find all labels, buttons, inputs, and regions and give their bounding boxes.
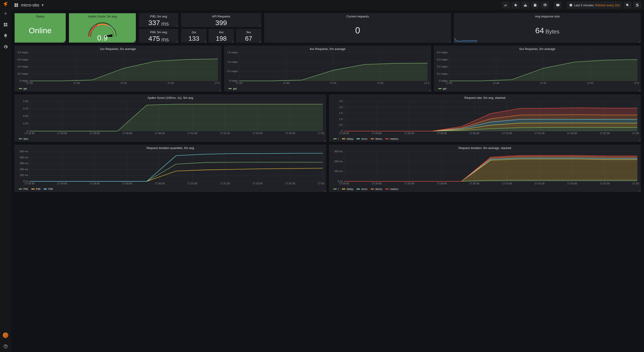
nav-dashboards[interactable] — [0, 19, 11, 30]
legend-item[interactable]: P95 — [19, 188, 28, 191]
svg-text:17:29:30: 17:29:30 — [90, 132, 100, 135]
legend-item[interactable]: /items — [371, 137, 382, 140]
nav-help[interactable] — [0, 341, 11, 352]
zoom-out-button[interactable] — [624, 2, 632, 9]
panel-rate-stacked[interactable]: Request rate, 5m avg, stacked00.51.01.52… — [329, 94, 641, 142]
svg-text:400 ms: 400 ms — [20, 156, 28, 159]
user-avatar[interactable] — [0, 330, 11, 341]
legend-item[interactable]: get — [228, 87, 236, 90]
panel-2xx[interactable]: 2xx 133 — [181, 29, 206, 43]
legend-item[interactable]: P90 — [31, 188, 41, 191]
nav-alerting[interactable] — [0, 30, 11, 41]
svg-text:17:32:30: 17:32:30 — [600, 132, 610, 135]
svg-text:17:31: 17:31 — [120, 82, 127, 84]
panel-title: 5xx Requests, 5m average — [434, 46, 640, 51]
svg-text:17:29:30: 17:29:30 — [404, 132, 414, 135]
svg-text:17:31:00: 17:31:00 — [502, 132, 512, 135]
settings-button[interactable] — [541, 2, 549, 9]
panel-dur-stacked[interactable]: Request duration, 5m average, stacked0 n… — [329, 145, 641, 192]
svg-text:17:33: 17:33 — [424, 82, 430, 84]
panel-current-requests[interactable]: Current requests 0 — [264, 13, 451, 43]
legend-item[interactable]: / — [334, 137, 339, 140]
add-panel-button[interactable] — [502, 2, 510, 9]
svg-text:1.5 reqps: 1.5 reqps — [227, 51, 238, 54]
panel-2xx-chart[interactable]: 2xx Requests, 5m average0 reqps0.2 reqps… — [14, 46, 221, 92]
svg-text:17:32:00: 17:32:00 — [567, 182, 577, 185]
legend-item[interactable]: /delay — [342, 137, 353, 140]
panel-5xx[interactable]: 5xx 67 — [236, 29, 262, 43]
svg-text:17:33:00: 17:33:00 — [632, 132, 639, 135]
svg-text:100 ms: 100 ms — [334, 170, 343, 172]
legend-item[interactable]: metrics — [386, 188, 398, 191]
svg-text:200 ms: 200 ms — [20, 168, 28, 171]
svg-text:17:33:00: 17:33:00 — [318, 182, 324, 185]
panel-title: 2xx Requests, 5m average — [15, 46, 221, 51]
panel-p99[interactable]: P99, 5m avg 475ms — [139, 29, 178, 43]
legend: item — [15, 136, 326, 142]
legend: get — [15, 86, 221, 91]
nav-settings[interactable] — [0, 41, 11, 53]
svg-text:0.5 reqps: 0.5 reqps — [227, 70, 238, 73]
svg-text:17:29:00: 17:29:00 — [372, 132, 382, 135]
svg-text:200 ms: 200 ms — [334, 160, 343, 163]
svg-text:0.3 reqps: 0.3 reqps — [437, 58, 448, 61]
share-button[interactable] — [522, 2, 529, 9]
svg-text:0.6 reqps: 0.6 reqps — [18, 58, 28, 61]
svg-text:17:30:00: 17:30:00 — [437, 132, 447, 135]
legend-item[interactable]: P99 — [44, 188, 53, 191]
legend-item[interactable]: /items — [371, 188, 382, 191]
svg-text:17:31:30: 17:31:30 — [535, 132, 545, 135]
sidebar — [0, 0, 11, 352]
panel-apdex-ts[interactable]: Apdex Score (100ms, 1s), 5m avg00.250.50… — [14, 94, 326, 142]
legend-item[interactable]: /error — [356, 137, 367, 140]
star-button[interactable] — [512, 2, 520, 9]
svg-text:0.25: 0.25 — [23, 122, 28, 125]
svg-text:0.2 reqps: 0.2 reqps — [437, 65, 448, 68]
svg-text:17:29:00: 17:29:00 — [57, 182, 67, 185]
svg-text:500 ms: 500 ms — [20, 150, 28, 153]
legend-item[interactable]: item — [19, 137, 28, 140]
svg-text:2.0: 2.0 — [339, 106, 343, 109]
panel-api-requests[interactable]: API Requests 399 — [181, 13, 261, 27]
save-button[interactable] — [531, 2, 539, 9]
panel-4xx-chart[interactable]: 4xx Requests, 5m average0 reqps0.5 reqps… — [224, 46, 431, 92]
legend: //delay/error/itemsmetrics — [329, 136, 640, 142]
caret-down-icon: ▾ — [42, 3, 44, 8]
legend-item[interactable]: /error — [356, 188, 367, 191]
time-range-button[interactable]: Last 5 minutes Refresh every 10s — [567, 2, 622, 9]
status-value: Online — [15, 19, 66, 43]
dashboard-title: micro-obs — [21, 3, 39, 8]
svg-marker-102 — [30, 104, 323, 131]
svg-text:0.8 reqps: 0.8 reqps — [18, 51, 28, 54]
panel-apdex-gauge[interactable]: Apdex Score, 5m avg 0 0.25 0.75 1 0.9 — [69, 13, 136, 43]
panel-p95[interactable]: P95, 5m avg 337ms — [139, 13, 178, 27]
grafana-logo[interactable] — [2, 2, 9, 8]
refresh-interval: Refresh every 10s — [595, 4, 620, 7]
legend-item[interactable]: metrics — [386, 137, 398, 140]
legend-item[interactable]: /delay — [342, 188, 353, 191]
panel-status[interactable]: Status Online — [14, 13, 66, 43]
legend-item[interactable]: get — [438, 87, 446, 90]
legend-item[interactable]: / — [334, 188, 339, 191]
panel-avg-response-size[interactable]: Avg response size 64Bytes — [454, 13, 641, 43]
legend-item[interactable]: get — [19, 87, 27, 90]
cycle-view-button[interactable] — [554, 2, 562, 9]
clock-icon — [569, 3, 573, 7]
timerange-label: Last 5 minutes — [574, 4, 594, 7]
svg-text:17:30: 17:30 — [493, 82, 499, 84]
svg-text:17:28:30: 17:28:30 — [339, 132, 349, 135]
svg-text:17:29: 17:29 — [26, 82, 33, 84]
refresh-button[interactable] — [633, 2, 641, 9]
nav-add[interactable] — [0, 8, 11, 19]
svg-text:1.00: 1.00 — [23, 100, 28, 103]
svg-text:17:29:00: 17:29:00 — [57, 132, 67, 135]
panel-5xx-chart[interactable]: 5xx Requests, 5m average0 reqps0.1 reqps… — [434, 46, 641, 92]
svg-text:17:30:00: 17:30:00 — [122, 182, 132, 185]
svg-text:17:32:30: 17:32:30 — [285, 132, 295, 135]
svg-text:17:30:30: 17:30:30 — [155, 132, 165, 135]
dashboard-picker[interactable]: micro-obs ▾ — [14, 3, 44, 8]
svg-text:17:30:30: 17:30:30 — [470, 182, 480, 185]
dashboard-body: Status Online Apdex Score, 5m avg 0 0.25… — [11, 10, 644, 352]
panel-4xx[interactable]: 4xx 198 — [208, 29, 234, 43]
panel-dur-quant[interactable]: Request duration quantiles, 5m avg0 ns10… — [14, 145, 326, 192]
